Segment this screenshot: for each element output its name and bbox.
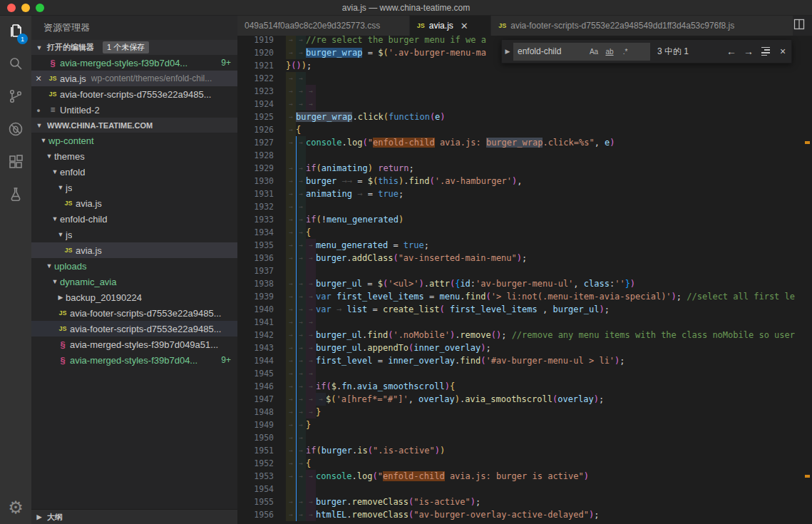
explorer-button[interactable]: 1 [0, 16, 31, 48]
indent-guide: → [306, 470, 316, 483]
line-number: 1955 [237, 495, 286, 508]
tree-file-avia-js[interactable]: JSavia.js [31, 195, 237, 211]
workspace-header[interactable]: ▼ WWW.CHINA-TEATIME.COM [31, 118, 237, 133]
tree-folder-uploads[interactable]: ▼uploads [31, 258, 237, 274]
indent-guide: → [296, 226, 306, 239]
tree-folder-themes[interactable]: ▼themes [31, 148, 237, 164]
previous-match-button[interactable]: ← [723, 43, 740, 59]
find-widget-toggle[interactable]: ▶ [502, 48, 513, 55]
code-line-1930[interactable]: 1930→→burger →→ = $(this).find('.av-hamb… [237, 175, 812, 187]
line-number: 1925 [237, 111, 286, 123]
find-in-selection-button[interactable] [757, 43, 774, 59]
tree-folder-enfold[interactable]: ▼enfold [31, 164, 237, 180]
code-line-1956[interactable]: 1956→→→htmlEL.removeClass("av-burger-ove… [237, 508, 812, 521]
line-number: 1941 [237, 316, 286, 329]
code-line-1944[interactable]: 1944→→→first_level = inner_overlay.find(… [237, 354, 812, 367]
chevron-down-icon: ▼ [56, 231, 66, 238]
fullscreen-button[interactable] [36, 4, 44, 12]
code-line-1947[interactable]: 1947→→→→$('a[href*="#"]', overlay).avia_… [237, 393, 812, 406]
outline-header[interactable]: ▶ 大纲 [31, 509, 237, 524]
code-line-1935[interactable]: 1935→→→menu_generated = true; [237, 239, 812, 252]
open-editor-item[interactable]: §avia-merged-styles-f39b7d04...9+ [31, 55, 237, 71]
code-line-1942[interactable]: 1942→→→burger_ul.find('.noMobile').remov… [237, 329, 812, 341]
tree-folder-backup-20190224[interactable]: ▶backup_20190224 [31, 289, 237, 305]
tree-file-avia-merged-styles-f39b7d049a51-[interactable]: §avia-merged-styles-f39b7d049a51... [31, 337, 237, 352]
code-line-1952[interactable]: 1952→→{ [237, 457, 812, 470]
test-explorer-button[interactable] [0, 180, 31, 212]
editor-group: 049a514f0aa9c8c20e9d325773.cssJSavia.js✕… [237, 16, 812, 524]
code-line-1948[interactable]: 1948→→→} [237, 406, 812, 418]
code-line-1941[interactable]: 1941→→→ [237, 316, 812, 329]
tree-file-avia-merged-styles-f39b7d04-[interactable]: §avia-merged-styles-f39b7d04...9+ [31, 352, 237, 368]
code-line-1927[interactable]: 1927→→console.log("enfold-child avia.js:… [237, 136, 812, 149]
code-line-1943[interactable]: 1943→→→burger_ul.appendTo(inner_overlay)… [237, 341, 812, 354]
code-line-1932[interactable]: 1932→→ [237, 200, 812, 213]
code-line-1937[interactable]: 1937 [237, 264, 812, 277]
code-line-1946[interactable]: 1946→→→if($.fn.avia_smoothscroll){ [237, 380, 812, 393]
tree-file-avia-footer-scripts-d7553e22a9485-[interactable]: JSavia-footer-scripts-d7553e22a9485... [31, 305, 237, 321]
code-line-1945[interactable]: 1945→→→ [237, 367, 812, 380]
search-button[interactable] [0, 48, 31, 81]
find-input[interactable] [518, 46, 586, 56]
tab-avia.js[interactable]: JSavia.js✕ [410, 16, 491, 36]
source-control-button[interactable] [0, 81, 31, 114]
code-line-1951[interactable]: 1951→→if(burger.is(".is-active")) [237, 444, 812, 457]
code-line-1934[interactable]: 1934→→{ [237, 226, 812, 239]
open-editor-item[interactable]: ●≡Untitled-2 [31, 102, 237, 118]
minimize-button[interactable] [21, 4, 30, 12]
code-line-1925[interactable]: 1925→burger_wrap.click(function(e) [237, 111, 812, 123]
debug-button[interactable] [0, 114, 31, 147]
code-line-1924[interactable]: 1924→→→ [237, 98, 812, 111]
chevron-down-icon: ▼ [34, 44, 44, 51]
split-editor-button[interactable] [793, 19, 805, 33]
tab-avia-footer-scripts-d755[interactable]: JSavia-footer-scripts-d7553e22a948549dd1… [491, 16, 793, 36]
code-line-1938[interactable]: 1938→→→burger_ul = $('<ul>').attr({id:'a… [237, 277, 812, 290]
tree-folder-dynamic-avia[interactable]: ▼dynamic_avia [31, 274, 237, 289]
manage-button[interactable]: ⚙ [0, 491, 31, 524]
open-editor-item[interactable]: JSavia-footer-scripts-d7553e22a9485... [31, 86, 237, 102]
find-match-marker [805, 141, 810, 144]
line-number: 1953 [237, 470, 286, 483]
whole-word-button[interactable]: ab [602, 44, 617, 58]
match-case-button[interactable]: Aa [586, 44, 602, 58]
tab-049a514f0aa9c8c20e9d3257[interactable]: 049a514f0aa9c8c20e9d325773.css [237, 16, 410, 36]
open-editor-item[interactable]: ✕JSavia.jswp-content/themes/enfold-chil.… [31, 71, 237, 86]
code-line-1950[interactable]: 1950→→ [237, 431, 812, 444]
code-line-1928[interactable]: 1928 [237, 149, 812, 162]
close-icon[interactable]: ✕ [31, 74, 46, 83]
tree-folder-enfold-child[interactable]: ▼enfold-child [31, 211, 237, 227]
tree-file-avia-js[interactable]: JSavia.js [31, 242, 237, 258]
tree-file-avia-footer-scripts-d7553e22a9485-[interactable]: JSavia-footer-scripts-d7553e22a9485... [31, 321, 237, 337]
code-line-1954[interactable]: 1954 [237, 483, 812, 495]
open-editors-header[interactable]: ▼ 打开的编辑器 1 个未保存 [31, 40, 237, 55]
code-line-1939[interactable]: 1939→→→var first_level_items = menu.find… [237, 290, 812, 303]
indent-guide: → [296, 72, 306, 85]
code-line-1953[interactable]: 1953→→→console.log("enfold-child avia.js… [237, 470, 812, 483]
code-line-1936[interactable]: 1936→→→burger.addClass("av-inserted-main… [237, 252, 812, 264]
window-title: avia.js — www.china-teatime.com [0, 3, 812, 13]
tree-folder-wp-content[interactable]: ▼wp-content [31, 133, 237, 148]
code-line-1949[interactable]: 1949→→} [237, 418, 812, 431]
code-line-1933[interactable]: 1933→→if(!menu_generated) [237, 213, 812, 226]
code-line-1922[interactable]: 1922→→ [237, 72, 812, 85]
tree-folder-js[interactable]: ▼js [31, 227, 237, 242]
code-line-1931[interactable]: 1931→→animating → = true; [237, 187, 812, 200]
line-number: 1936 [237, 252, 286, 264]
line-number: 1945 [237, 367, 286, 380]
next-match-button[interactable]: → [740, 43, 757, 59]
code-line-1923[interactable]: 1923→→→ [237, 85, 812, 98]
close-icon[interactable]: ✕ [458, 21, 468, 31]
close-button[interactable] [7, 4, 16, 12]
extensions-button[interactable] [0, 147, 31, 180]
overview-ruler[interactable] [803, 36, 812, 524]
code-editor[interactable]: 1919→→//re select the burger menu if we … [237, 36, 812, 524]
regex-button[interactable]: .* [617, 44, 633, 58]
code-line-1929[interactable]: 1929→→if(animating) return; [237, 162, 812, 175]
code-line-1926[interactable]: 1926→{ [237, 123, 812, 136]
code-line-1955[interactable]: 1955→→→burger.removeClass("is-active"); [237, 495, 812, 508]
tree-folder-js[interactable]: ▼js [31, 180, 237, 195]
indent-guide: → [296, 508, 306, 521]
css-file-icon: § [46, 58, 60, 68]
code-line-1940[interactable]: 1940→→→var → list = create_list( first_l… [237, 303, 812, 316]
close-find-button[interactable]: × [774, 43, 791, 59]
